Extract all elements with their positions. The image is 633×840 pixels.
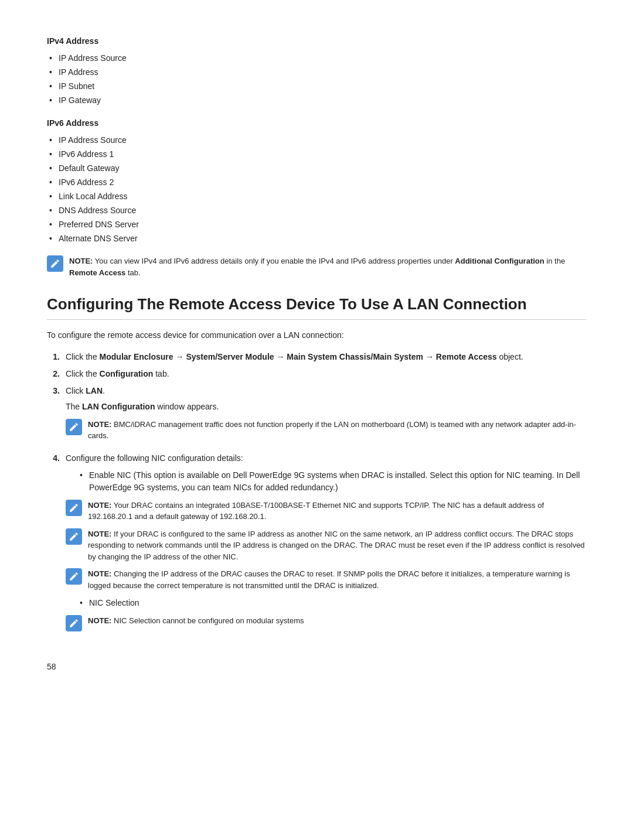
remote-access-bold: Remote Access xyxy=(69,268,125,277)
list-item: Default Gateway xyxy=(47,162,586,175)
note-label: NOTE: xyxy=(88,530,111,538)
list-item: IP Address Source xyxy=(47,134,586,146)
note-label: NOTE: xyxy=(88,616,111,625)
step-num-3: 3. xyxy=(47,385,60,397)
note-icon xyxy=(66,528,82,545)
list-item: IP Gateway xyxy=(47,94,586,107)
note-drac-nic2: NOTE: If your DRAC is configured to the … xyxy=(66,528,586,563)
ipv4-heading: IPv4 Address xyxy=(47,35,586,47)
system-server-module-bold: System/Server Module xyxy=(186,352,274,361)
ipv6-heading: IPv6 Address xyxy=(47,117,586,129)
list-item: IP Subnet xyxy=(47,80,586,93)
note-drac-nic1-text: NOTE: Your DRAC contains an integrated 1… xyxy=(88,500,586,523)
step-4-bullets2: NIC Selection xyxy=(77,597,586,609)
note-lom: NOTE: BMC/iDRAC management traffic does … xyxy=(66,419,586,442)
list-item: DNS Address Source xyxy=(47,204,586,217)
remote-access-bold: Remote Access xyxy=(436,352,497,361)
step-3: 3. Click LAN. The LAN Configuration wind… xyxy=(47,385,586,448)
list-item: IPv6 Address 1 xyxy=(47,148,586,161)
note-nic-selection-text: NOTE: NIC Selection cannot be configured… xyxy=(88,615,304,627)
step-4-text: Configure the following NIC configuratio… xyxy=(66,452,586,465)
note-drac-nic3: NOTE: Changing the IP address of the DRA… xyxy=(66,568,586,591)
step-3-text: Click LAN. xyxy=(66,385,586,397)
step-num-2: 2. xyxy=(47,368,60,380)
step-4-bullets: Enable NIC (This option is available on … xyxy=(77,469,586,494)
ipv6-list: IP Address Source IPv6 Address 1 Default… xyxy=(47,134,586,245)
step-1: 1. Click the Modular Enclosure → System/… xyxy=(47,351,586,363)
note-label: NOTE: xyxy=(69,257,93,265)
step-num-1: 1. xyxy=(47,351,60,363)
note-icon xyxy=(66,419,82,435)
note-text: NOTE: You can view IPv4 and IPv6 address… xyxy=(69,255,586,278)
note-lom-text: NOTE: BMC/iDRAC management traffic does … xyxy=(88,419,586,442)
pencil-icon xyxy=(69,618,79,629)
note-label: NOTE: xyxy=(88,569,111,578)
step-3-content: Click LAN. The LAN Configuration window … xyxy=(66,385,586,448)
list-item: IP Address Source xyxy=(47,52,586,64)
steps-list: 1. Click the Modular Enclosure → System/… xyxy=(47,351,586,638)
note-nic-selection: NOTE: NIC Selection cannot be configured… xyxy=(66,615,586,631)
ipv6-section: IPv6 Address IP Address Source IPv6 Addr… xyxy=(47,117,586,245)
pencil-icon xyxy=(69,571,79,582)
pencil-icon xyxy=(69,422,79,432)
intro-text: To configure the remote access device fo… xyxy=(47,329,586,342)
note-icon xyxy=(66,500,82,516)
pencil-icon xyxy=(69,531,79,542)
list-item: Alternate DNS Server xyxy=(47,233,586,245)
main-system-chassis-bold: Main System Chassis/Main System xyxy=(287,352,423,361)
list-item: IPv6 Address 2 xyxy=(47,176,586,189)
note-ipv6-view: NOTE: You can view IPv4 and IPv6 address… xyxy=(47,255,586,278)
page-title: Configuring The Remote Access Device To … xyxy=(47,295,586,320)
step-4-content: Configure the following NIC configuratio… xyxy=(66,452,586,638)
note-label: NOTE: xyxy=(88,501,111,510)
additional-config-bold: Additional Configuration xyxy=(455,257,544,265)
note-icon xyxy=(66,568,82,585)
list-item: IP Address xyxy=(47,66,586,78)
note-drac-nic2-text: NOTE: If your DRAC is configured to the … xyxy=(88,528,586,563)
step-2: 2. Click the Configuration tab. xyxy=(47,368,586,380)
list-item: Enable NIC (This option is available on … xyxy=(77,469,586,494)
pencil-icon xyxy=(50,258,60,269)
ipv4-list: IP Address Source IP Address IP Subnet I… xyxy=(47,52,586,107)
note-drac-nic1: NOTE: Your DRAC contains an integrated 1… xyxy=(66,500,586,523)
step-1-content: Click the Modular Enclosure → System/Ser… xyxy=(66,351,586,363)
step-2-content: Click the Configuration tab. xyxy=(66,368,586,380)
step-4: 4. Configure the following NIC configura… xyxy=(47,452,586,638)
step-num-4: 4. xyxy=(47,452,60,465)
list-item: Preferred DNS Server xyxy=(47,218,586,231)
pencil-icon xyxy=(69,503,79,513)
list-item: Link Local Address xyxy=(47,190,586,203)
list-item: NIC Selection xyxy=(77,597,586,609)
lan-config-bold: LAN Configuration xyxy=(82,402,155,411)
ipv4-section: IPv4 Address IP Address Source IP Addres… xyxy=(47,35,586,107)
note-label: NOTE: xyxy=(88,420,111,429)
configuration-tab-bold: Configuration xyxy=(100,369,154,378)
note-drac-nic3-text: NOTE: Changing the IP address of the DRA… xyxy=(88,568,586,591)
step-3-sub: The LAN Configuration window appears. xyxy=(66,401,586,413)
lan-bold: LAN xyxy=(86,386,103,395)
modular-enclosure-bold: Modular Enclosure xyxy=(100,352,173,361)
page-number: 58 xyxy=(47,661,586,673)
note-icon xyxy=(47,255,63,272)
note-icon xyxy=(66,615,82,631)
